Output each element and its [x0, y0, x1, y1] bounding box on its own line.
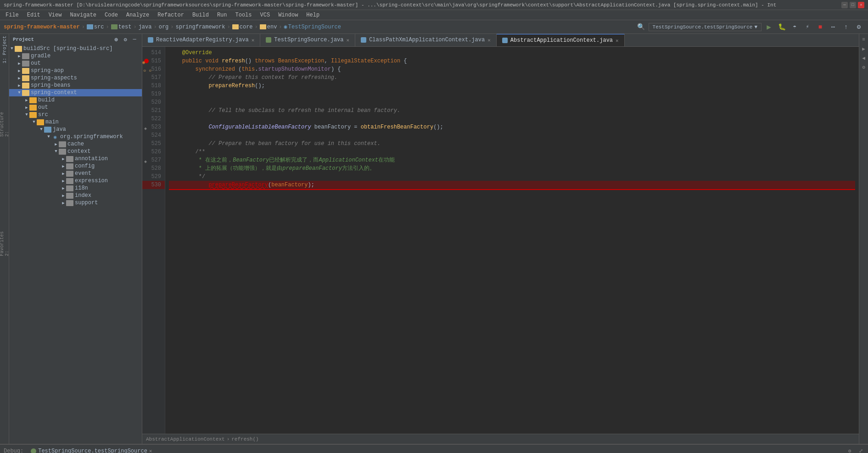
- tree-item-cache[interactable]: ▶ cache: [9, 140, 142, 148]
- debug-button[interactable]: 🐛: [776, 22, 787, 33]
- menu-edit[interactable]: Edit: [23, 11, 44, 19]
- line-516: ○ ○ 516: [142, 65, 165, 73]
- tree-folder-icon-java: [44, 127, 51, 133]
- test-session-close[interactable]: ✕: [149, 448, 152, 453]
- tree-item-out2[interactable]: ▶ out: [9, 104, 142, 111]
- menu-run[interactable]: Run: [213, 11, 231, 19]
- line-numbers: 514 ◉ 515 ○ ○ 516 517 518 519 520: [142, 47, 165, 434]
- tree-item-index[interactable]: ▶ index: [9, 192, 142, 199]
- tree-arrow-cache: ▶: [53, 141, 59, 147]
- bottom-tab-test-session[interactable]: TestSpringSource.testSpringSource ✕: [27, 446, 156, 453]
- menu-help[interactable]: Help: [302, 11, 323, 19]
- breadcrumb-method: refresh(): [231, 436, 258, 442]
- tree-label-annotation: annotation: [75, 156, 108, 162]
- search-button[interactable]: 🔍: [636, 22, 647, 33]
- sidebar-locate-icon[interactable]: ⊕: [112, 36, 120, 43]
- menu-analyze[interactable]: Analyze: [123, 11, 153, 19]
- tab-icon-testspring: [266, 37, 271, 43]
- tab-testspring[interactable]: TestSpringSource.java ✕: [260, 34, 355, 46]
- code-line-523: ConfigurableListableBeanFactory beanFact…: [169, 123, 855, 131]
- sidebar-settings-icon[interactable]: ⚙: [122, 36, 129, 43]
- left-sidebar-icons: 1: Project 2: Structure 2: Favorites: [0, 34, 9, 444]
- tab-close-abstract[interactable]: ✕: [616, 38, 619, 44]
- tree-folder-icon-support: [66, 200, 73, 206]
- tree-item-event[interactable]: ▶ event: [9, 170, 142, 177]
- close-button[interactable]: ✕: [858, 2, 864, 8]
- tree-folder-icon-i18n: [66, 185, 73, 191]
- menu-navigate[interactable]: Navigate: [66, 11, 100, 19]
- right-icon-1[interactable]: ≡: [860, 36, 868, 43]
- tree-folder-icon-event: [66, 171, 73, 177]
- maximize-button[interactable]: □: [850, 2, 856, 8]
- structure-panel-icon[interactable]: 2: Structure: [1, 109, 8, 137]
- code-content: 514 ◉ 515 ○ ○ 516 517 518 519 520: [142, 47, 859, 434]
- profile-button[interactable]: ⚡: [802, 22, 813, 33]
- run-with-coverage-button[interactable]: ☂: [789, 22, 800, 33]
- tree-arrow-annotation: ▶: [61, 156, 66, 162]
- tree-item-spring-aop[interactable]: ▶ spring-aop: [9, 67, 142, 74]
- tree-item-buildSrc[interactable]: ▼ buildSrc [spring-build-src]: [9, 45, 142, 52]
- update-button[interactable]: ↑: [840, 22, 851, 33]
- tree-arrow-src: ▼: [24, 112, 29, 117]
- tree-item-src[interactable]: ▼ src: [9, 111, 142, 118]
- menu-build[interactable]: Build: [189, 11, 213, 19]
- tree-folder-icon-spring-aop: [22, 68, 29, 74]
- nav-toolbar: spring-framework-master › src › test › j…: [0, 20, 868, 34]
- tab-icon-abstract: [502, 38, 508, 43]
- menu-vcs[interactable]: VCS: [257, 11, 274, 19]
- core-folder-icon: [232, 24, 239, 29]
- menu-view[interactable]: View: [45, 11, 66, 19]
- bottom-maximize-icon[interactable]: ⤢: [857, 447, 864, 453]
- tree-arrow-config: ▶: [61, 163, 66, 169]
- line-530: 530: [142, 181, 165, 189]
- sidebar-minimize-icon[interactable]: ─: [131, 36, 138, 43]
- src-folder-icon: [87, 24, 93, 29]
- tree-item-annotation[interactable]: ▶ annotation: [9, 155, 142, 162]
- menu-tools[interactable]: Tools: [232, 11, 256, 19]
- tree-label-support: support: [75, 200, 98, 206]
- run-button[interactable]: ▶: [763, 22, 774, 33]
- code-editor[interactable]: 514 ◉ 515 ○ ○ 516 517 518 519 520: [142, 47, 859, 434]
- tab-abstract[interactable]: AbstractApplicationContext.java ✕: [497, 34, 625, 46]
- class-nav: ◉ TestSpringSource: [284, 23, 341, 30]
- menu-window[interactable]: Window: [274, 11, 302, 19]
- code-line-528: * 上的拓展（功能增强），就是由prepareBeanFactory方法引入的。: [169, 164, 855, 173]
- tree-item-expression[interactable]: ▶ expression: [9, 177, 142, 185]
- tree-item-spring-context[interactable]: ▼ spring-context: [9, 89, 142, 96]
- menu-refactor[interactable]: Refactor: [154, 11, 188, 19]
- tree-item-org-springframework[interactable]: ▼ ◉ org.springframework: [9, 133, 142, 140]
- sdk-button[interactable]: ⚙: [853, 22, 864, 33]
- tree-item-config[interactable]: ▶ config: [9, 162, 142, 170]
- tree-item-spring-beans[interactable]: ▶ spring-beans: [9, 82, 142, 89]
- right-icon-2[interactable]: ▶: [860, 45, 868, 52]
- tree-item-i18n[interactable]: ▶ i18n: [9, 185, 142, 192]
- favorites-panel-icon[interactable]: 2: Favorites: [1, 229, 8, 256]
- tree-item-build[interactable]: ▶ build: [9, 96, 142, 104]
- right-icon-3[interactable]: ◀: [860, 54, 868, 62]
- tree-item-spring-aspects[interactable]: ▶ spring-aspects: [9, 74, 142, 82]
- tree-arrow-i18n: ▶: [61, 185, 66, 191]
- tree-arrow-index: ▶: [61, 193, 66, 198]
- menu-code[interactable]: Code: [101, 11, 122, 19]
- right-icon-4[interactable]: ⚙: [860, 63, 868, 71]
- tab-classpathxml[interactable]: ClassPathXmlApplicationContext.java ✕: [355, 34, 497, 46]
- stop-button[interactable]: ■: [815, 22, 826, 33]
- bottom-settings-icon[interactable]: ⚙: [846, 447, 853, 453]
- tab-close-reactive[interactable]: ✕: [252, 37, 255, 43]
- tab-close-testspring[interactable]: ✕: [347, 37, 350, 43]
- tree-item-out[interactable]: ▶ out: [9, 60, 142, 67]
- tab-reactive[interactable]: ReactiveAdapterRegistry.java ✕: [142, 34, 260, 46]
- project-panel-icon[interactable]: 1: Project: [1, 36, 8, 63]
- tree-label-java: java: [53, 126, 66, 133]
- tab-close-classpathxml[interactable]: ✕: [487, 37, 491, 43]
- tree-item-gradle[interactable]: ▶ gradle: [9, 52, 142, 60]
- tree-item-support[interactable]: ▶ support: [9, 199, 142, 207]
- tree-item-main[interactable]: ▼ main: [9, 118, 142, 126]
- tree-arrow-org-springframework: ▼: [46, 134, 51, 140]
- minimize-button[interactable]: ─: [841, 2, 848, 8]
- more-actions-button[interactable]: ⋯: [828, 22, 839, 33]
- menu-file[interactable]: File: [2, 11, 22, 19]
- tree-item-java[interactable]: ▼ java: [9, 126, 142, 133]
- tree-item-context[interactable]: ▼ context: [9, 148, 142, 155]
- run-config[interactable]: TestSpringSource.testSpringSource ▼: [649, 23, 762, 31]
